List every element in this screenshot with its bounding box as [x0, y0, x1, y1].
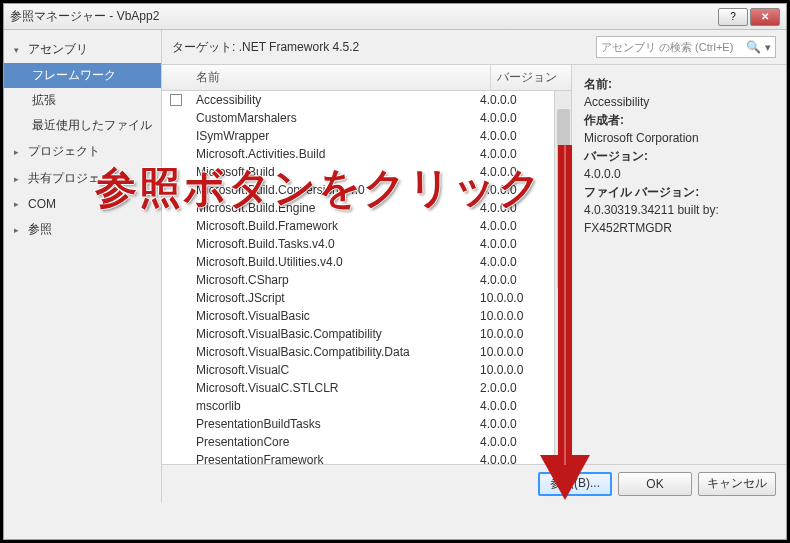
table-row[interactable]: CustomMarshalers4.0.0.0 [162, 109, 554, 127]
cell-name: Microsoft.CSharp [190, 273, 474, 287]
close-button[interactable]: ✕ [750, 8, 780, 26]
table-row[interactable]: Microsoft.JScript10.0.0.0 [162, 289, 554, 307]
table-row[interactable]: Microsoft.CSharp4.0.0.0 [162, 271, 554, 289]
chevron-right-icon: ▸ [14, 174, 24, 184]
cell-version: 4.0.0.0 [474, 183, 554, 197]
dialog-window: 参照マネージャー - VbApp2 ? ✕ ▾ アセンブリ フレームワーク 拡張… [3, 3, 787, 540]
cell-version: 4.0.0.0 [474, 417, 554, 431]
cell-version: 10.0.0.0 [474, 363, 554, 377]
browse-button[interactable]: 参照(B)... [538, 472, 612, 496]
window-title: 参照マネージャー - VbApp2 [10, 8, 718, 25]
cell-name: Microsoft.Build.Utilities.v4.0 [190, 255, 474, 269]
table-row[interactable]: ISymWrapper4.0.0.0 [162, 127, 554, 145]
cell-name: Microsoft.VisualC.STLCLR [190, 381, 474, 395]
footer: 参照(B)... OK キャンセル [162, 464, 786, 502]
cell-name: Microsoft.Build.Framework [190, 219, 474, 233]
cell-name: CustomMarshalers [190, 111, 474, 125]
table-row[interactable]: PresentationFramework4.0.0.0 [162, 451, 554, 464]
cancel-button[interactable]: キャンセル [698, 472, 776, 496]
table-row[interactable]: Microsoft.VisualC10.0.0.0 [162, 361, 554, 379]
table-row[interactable]: Microsoft.Build.Conversion.v4.04.0.0.0 [162, 181, 554, 199]
cell-name: Microsoft.Build.Engine [190, 201, 474, 215]
dropdown-icon: ▾ [765, 41, 771, 54]
table-row[interactable]: mscorlib4.0.0.0 [162, 397, 554, 415]
assembly-list: 名前 バージョン Accessibility4.0.0.0CustomMarsh… [162, 65, 572, 464]
table-row[interactable]: Microsoft.VisualC.STLCLR2.0.0.0 [162, 379, 554, 397]
sidebar: ▾ アセンブリ フレームワーク 拡張 最近使用したファイル ▸プロジェクト ▸共… [4, 30, 162, 502]
table-row[interactable]: Microsoft.Build.Framework4.0.0.0 [162, 217, 554, 235]
cell-version: 4.0.0.0 [474, 273, 554, 287]
detail-version-value: 4.0.0.0 [584, 165, 774, 183]
cell-name: ISymWrapper [190, 129, 474, 143]
scrollbar[interactable] [554, 91, 571, 464]
table-row[interactable]: Microsoft.VisualBasic10.0.0.0 [162, 307, 554, 325]
help-button[interactable]: ? [718, 8, 748, 26]
table-row[interactable]: Microsoft.VisualBasic.Compatibility.Data… [162, 343, 554, 361]
topbar: ターゲット: .NET Framework 4.5.2 アセンブリ の検索 (C… [162, 30, 786, 64]
cell-name: Microsoft.Build [190, 165, 474, 179]
titlebar: 参照マネージャー - VbApp2 ? ✕ [4, 4, 786, 30]
cell-version: 10.0.0.0 [474, 309, 554, 323]
checkbox[interactable] [170, 94, 182, 106]
scrollbar-thumb[interactable] [557, 109, 570, 289]
search-input[interactable]: アセンブリ の検索 (Ctrl+E) 🔍 ▾ [596, 36, 776, 58]
sidebar-group-com[interactable]: ▸COM [4, 192, 161, 216]
table-row[interactable]: Microsoft.Activities.Build4.0.0.0 [162, 145, 554, 163]
cell-version: 4.0.0.0 [474, 147, 554, 161]
chevron-down-icon: ▾ [14, 45, 24, 55]
cell-name: PresentationCore [190, 435, 474, 449]
sidebar-group-assembly[interactable]: ▾ アセンブリ [4, 36, 161, 63]
cell-version: 4.0.0.0 [474, 435, 554, 449]
column-version[interactable]: バージョン [491, 65, 571, 90]
sidebar-group-project[interactable]: ▸プロジェクト [4, 138, 161, 165]
detail-filever-value2: FX452RTMGDR [584, 219, 774, 237]
sidebar-item-recent[interactable]: 最近使用したファイル [4, 113, 161, 138]
cell-version: 4.0.0.0 [474, 165, 554, 179]
detail-panel: 名前: Accessibility 作成者: Microsoft Corpora… [572, 65, 786, 464]
cell-name: mscorlib [190, 399, 474, 413]
cell-name: Accessibility [190, 93, 474, 107]
cell-version: 10.0.0.0 [474, 291, 554, 305]
list-body[interactable]: Accessibility4.0.0.0CustomMarshalers4.0.… [162, 91, 554, 464]
sidebar-group-browse[interactable]: ▸参照 [4, 216, 161, 243]
table-row[interactable]: PresentationBuildTasks4.0.0.0 [162, 415, 554, 433]
table-row[interactable]: Microsoft.Build.Engine4.0.0.0 [162, 199, 554, 217]
table-row[interactable]: Microsoft.VisualBasic.Compatibility10.0.… [162, 325, 554, 343]
chevron-right-icon: ▸ [14, 199, 24, 209]
cell-name: Microsoft.VisualBasic.Compatibility [190, 327, 474, 341]
sidebar-item-framework[interactable]: フレームワーク [4, 63, 161, 88]
cell-version: 4.0.0.0 [474, 399, 554, 413]
cell-name: Microsoft.VisualBasic [190, 309, 474, 323]
chevron-right-icon: ▸ [14, 225, 24, 235]
sidebar-item-extensions[interactable]: 拡張 [4, 88, 161, 113]
cell-version: 4.0.0.0 [474, 255, 554, 269]
detail-name-value: Accessibility [584, 93, 774, 111]
cell-version: 4.0.0.0 [474, 219, 554, 233]
column-name[interactable]: 名前 [190, 65, 491, 90]
cell-name: Microsoft.Build.Tasks.v4.0 [190, 237, 474, 251]
detail-author-value: Microsoft Corporation [584, 129, 774, 147]
table-row[interactable]: PresentationCore4.0.0.0 [162, 433, 554, 451]
sidebar-label: アセンブリ [28, 41, 88, 58]
cell-version: 4.0.0.0 [474, 453, 554, 464]
detail-filever-label: ファイル バージョン: [584, 183, 774, 201]
table-row[interactable]: Microsoft.Build.Utilities.v4.04.0.0.0 [162, 253, 554, 271]
window-buttons: ? ✕ [718, 8, 780, 26]
cell-version: 4.0.0.0 [474, 201, 554, 215]
table-row[interactable]: Microsoft.Build4.0.0.0 [162, 163, 554, 181]
table-row[interactable]: Microsoft.Build.Tasks.v4.04.0.0.0 [162, 235, 554, 253]
search-icon: 🔍 [746, 40, 761, 54]
list-header: 名前 バージョン [162, 65, 571, 91]
main-panel: ターゲット: .NET Framework 4.5.2 アセンブリ の検索 (C… [162, 30, 786, 502]
ok-button[interactable]: OK [618, 472, 692, 496]
cell-version: 4.0.0.0 [474, 93, 554, 107]
cell-name: Microsoft.Build.Conversion.v4.0 [190, 183, 474, 197]
cell-version: 2.0.0.0 [474, 381, 554, 395]
cell-version: 10.0.0.0 [474, 345, 554, 359]
cell-name: PresentationFramework [190, 453, 474, 464]
search-placeholder: アセンブリ の検索 (Ctrl+E) [601, 40, 733, 55]
table-row[interactable]: Accessibility4.0.0.0 [162, 91, 554, 109]
cell-name: Microsoft.JScript [190, 291, 474, 305]
detail-filever-value1: 4.0.30319.34211 built by: [584, 201, 774, 219]
sidebar-group-shared[interactable]: ▸共有プロジェ [4, 165, 161, 192]
